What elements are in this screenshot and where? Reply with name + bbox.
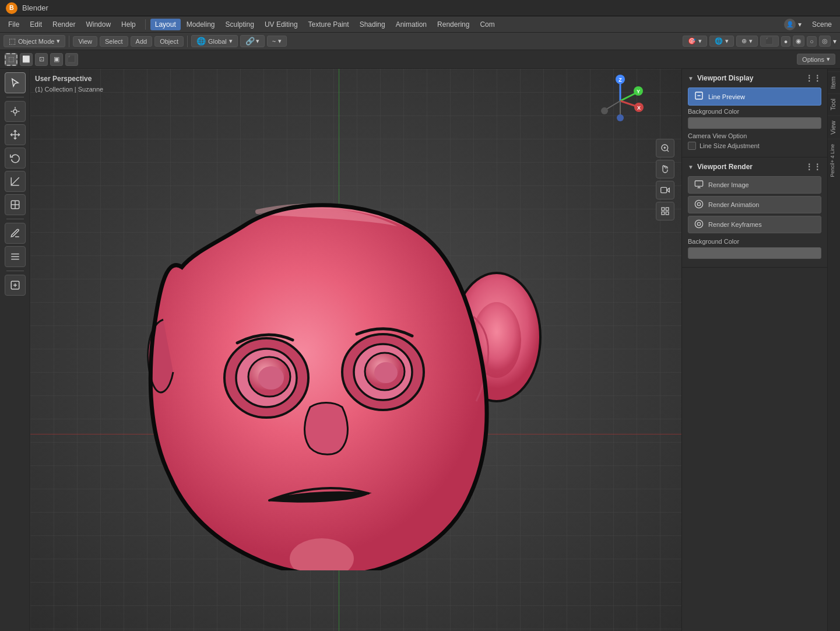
menu-rendering[interactable]: Rendering bbox=[433, 19, 474, 30]
tool-add-object[interactable] bbox=[5, 275, 26, 296]
tool-measure[interactable] bbox=[5, 246, 26, 267]
viewport-display-menu[interactable]: ⋮⋮ bbox=[805, 73, 821, 83]
camera-view-label: Camera View Option bbox=[688, 132, 821, 139]
viewport-render-section: ▼ Viewport Render ⋮⋮ Render Image bbox=[682, 157, 827, 268]
viewport-shading-btn[interactable]: 🌐▾ bbox=[709, 36, 734, 47]
menu-sculpting[interactable]: Sculpting bbox=[221, 19, 259, 30]
render-animation-btn[interactable]: Render Animation bbox=[688, 196, 821, 213]
tool-cursor[interactable] bbox=[5, 101, 26, 122]
tab-item[interactable]: Item bbox=[828, 71, 840, 93]
tool-select[interactable] bbox=[5, 72, 26, 93]
viewport-display-header: ▼ Viewport Display ⋮⋮ bbox=[688, 73, 821, 83]
render-keyframes-btn[interactable]: Render Keyframes bbox=[688, 216, 821, 233]
tab-tool[interactable]: Tool bbox=[828, 93, 840, 115]
svg-point-55 bbox=[695, 220, 702, 227]
shading-eevee[interactable]: ◎ bbox=[819, 36, 831, 47]
main-area: User Perspective (1) Collection | Suzann… bbox=[0, 69, 840, 631]
snap-btn[interactable]: 🔗 ▾ bbox=[240, 35, 265, 47]
tool-move[interactable] bbox=[5, 124, 26, 145]
add-menu[interactable]: Add bbox=[131, 36, 153, 47]
line-size-checkbox[interactable] bbox=[688, 142, 696, 150]
bg-color-swatch[interactable] bbox=[688, 117, 821, 129]
menu-help[interactable]: Help bbox=[117, 19, 140, 30]
menu-compositing[interactable]: Com bbox=[475, 19, 499, 30]
svg-rect-47 bbox=[662, 212, 665, 215]
viewport-display-section: ▼ Viewport Display ⋮⋮ Line Preview Backg… bbox=[682, 69, 827, 157]
render-animation-icon bbox=[694, 199, 704, 210]
xray-btn[interactable]: ⬛ bbox=[760, 36, 779, 47]
render-keyframes-icon bbox=[694, 219, 704, 230]
svg-point-53 bbox=[695, 200, 702, 208]
line-preview-icon bbox=[694, 91, 704, 102]
zoom-tool[interactable] bbox=[656, 139, 674, 157]
left-toolbar bbox=[0, 69, 30, 631]
menu-window[interactable]: Window bbox=[81, 19, 115, 30]
svg-text:X: X bbox=[637, 105, 641, 111]
render-image-btn[interactable]: Render Image bbox=[688, 176, 821, 194]
menubar: File Edit Render Window Help Layout Mode… bbox=[0, 16, 840, 33]
menu-texturepaint[interactable]: Texture Paint bbox=[304, 19, 354, 30]
select-box-icon[interactable]: ⬚ bbox=[5, 53, 17, 66]
bg-color-label: Background Color bbox=[688, 108, 821, 115]
tool-transform[interactable] bbox=[5, 194, 26, 215]
view-menu[interactable]: View bbox=[73, 36, 97, 47]
app-title: Blender bbox=[22, 3, 48, 12]
line-size-row: Line Size Adjustment bbox=[688, 142, 821, 150]
svg-rect-45 bbox=[666, 208, 669, 211]
menu-modeling[interactable]: Modeling bbox=[182, 19, 220, 30]
menu-shading[interactable]: Shading bbox=[355, 19, 390, 30]
select-extra1-icon[interactable]: ▣ bbox=[50, 53, 63, 66]
menu-render[interactable]: Render bbox=[48, 19, 80, 30]
transform-selector[interactable]: 🌐 Global ▾ bbox=[191, 35, 238, 47]
titlebar: B Blender bbox=[0, 0, 840, 16]
viewport-right-tools bbox=[656, 139, 674, 220]
pan-tool[interactable] bbox=[656, 160, 674, 178]
grid-tool[interactable] bbox=[656, 202, 674, 220]
svg-point-24 bbox=[374, 362, 398, 383]
scene-selector[interactable]: Scene bbox=[807, 19, 837, 30]
tab-view[interactable]: View bbox=[828, 115, 840, 139]
viewport-render-menu[interactable]: ⋮⋮ bbox=[805, 162, 821, 171]
tab-pencil4line[interactable]: Pencil+ 4 Line bbox=[828, 139, 840, 182]
select-circle-icon[interactable]: ⬜ bbox=[20, 53, 33, 66]
select-extra2-icon[interactable]: ⬛ bbox=[65, 53, 78, 66]
mode-selector[interactable]: ⬚ Object Mode ▾ bbox=[3, 35, 65, 47]
select-lasso-icon[interactable]: ⊡ bbox=[35, 53, 48, 66]
viewport-display-title: Viewport Display bbox=[697, 74, 753, 82]
shading-render[interactable]: ◉ bbox=[793, 36, 804, 47]
toolbar-row: ⬚ Object Mode ▾ View Select Add Object 🌐… bbox=[0, 33, 840, 50]
tool-rotate[interactable] bbox=[5, 148, 26, 169]
viewport-render-collapse[interactable]: ▼ bbox=[688, 164, 694, 170]
viewport-display-collapse[interactable]: ▼ bbox=[688, 75, 694, 82]
bg-color2-label: Background Color bbox=[688, 238, 821, 245]
svg-point-38 bbox=[617, 114, 624, 121]
viewport-render-header: ▼ Viewport Render ⋮⋮ bbox=[688, 162, 821, 171]
menu-edit[interactable]: Edit bbox=[25, 19, 47, 30]
render-image-icon bbox=[694, 180, 704, 190]
svg-point-56 bbox=[697, 222, 700, 225]
select-menu[interactable]: Select bbox=[100, 36, 128, 47]
shading-mat[interactable]: ○ bbox=[807, 36, 817, 47]
line-preview-btn[interactable]: Line Preview bbox=[688, 87, 821, 106]
camera-tool[interactable] bbox=[656, 181, 674, 199]
svg-line-40 bbox=[667, 150, 669, 152]
menu-file[interactable]: File bbox=[3, 19, 24, 30]
viewport[interactable]: User Perspective (1) Collection | Suzann… bbox=[30, 69, 681, 631]
options-btn[interactable]: Options ▾ bbox=[797, 54, 835, 65]
bg-color2-swatch[interactable] bbox=[688, 247, 821, 259]
proportional-btn[interactable]: ~ ▾ bbox=[267, 36, 287, 47]
tool-scale[interactable] bbox=[5, 171, 26, 192]
menu-uvediting[interactable]: UV Editing bbox=[260, 19, 303, 30]
gizmo-widget[interactable]: Z Y X bbox=[594, 75, 646, 127]
menu-animation[interactable]: Animation bbox=[391, 19, 431, 30]
overlay-btn[interactable]: ⊕▾ bbox=[736, 36, 758, 47]
render-view-btn[interactable]: 🎯▾ bbox=[683, 36, 707, 47]
user-menu[interactable]: 👤 ▾ bbox=[779, 17, 806, 32]
object-menu[interactable]: Object bbox=[154, 36, 184, 47]
far-right-tabs: Item Tool View Pencil+ 4 Line bbox=[827, 69, 840, 631]
shading-solid[interactable]: ● bbox=[781, 36, 791, 47]
svg-point-2 bbox=[13, 110, 17, 113]
tool-annotate[interactable] bbox=[5, 223, 26, 244]
menu-layout[interactable]: Layout bbox=[150, 19, 181, 30]
perspective-label: User Perspective bbox=[35, 73, 103, 85]
